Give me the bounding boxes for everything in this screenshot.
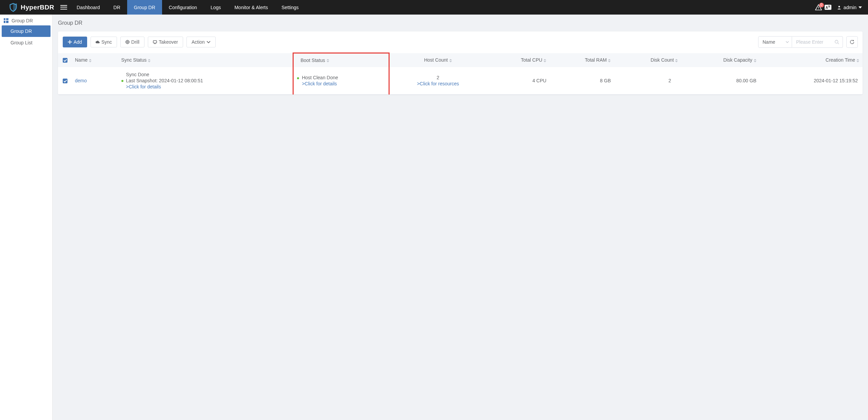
nav-configuration[interactable]: Configuration (162, 0, 204, 15)
alert-bell-icon[interactable]: 0 (815, 4, 822, 11)
content-card: Add Sync Drill Takeover Action (58, 31, 863, 94)
action-dropdown[interactable]: Action (186, 37, 216, 47)
svg-line-20 (838, 43, 839, 44)
select-all-checkbox[interactable] (63, 58, 67, 63)
svg-rect-8 (6, 21, 8, 23)
col-disk-count[interactable]: Disk Count (614, 53, 681, 67)
sync-details-link[interactable]: >Click for details (121, 84, 290, 89)
user-icon (837, 5, 842, 10)
table-row: demo Sync Done Last Snapshot: 2024-01-12… (58, 67, 863, 94)
creation-time-value: 2024-01-12 15:19:52 (814, 78, 858, 83)
col-host-count[interactable]: Host Count (389, 53, 487, 67)
svg-point-11 (126, 40, 129, 44)
search-icon (834, 40, 839, 44)
sidebar: Group DR Group DR Group List (0, 15, 53, 420)
nav-monitor-alerts[interactable]: Monitor & Alerts (228, 0, 275, 15)
top-nav: Dashboard DR Group DR Configuration Logs… (70, 0, 305, 15)
status-dot-icon (297, 77, 299, 79)
nav-dashboard[interactable]: Dashboard (70, 0, 107, 15)
header-right: 0 A字 admin (815, 0, 868, 15)
svg-point-12 (127, 41, 128, 43)
sidebar-item-group-dr[interactable]: Group DR (2, 25, 51, 37)
col-total-ram[interactable]: Total RAM (550, 53, 614, 67)
nav-dr[interactable]: DR (107, 0, 127, 15)
plus-icon (68, 40, 72, 44)
row-checkbox[interactable] (63, 79, 67, 83)
page-title: Group DR (58, 15, 863, 31)
refresh-icon (850, 40, 854, 44)
main-content: Group DR Add Sync Drill Takeover (53, 15, 868, 420)
menu-toggle-icon[interactable] (60, 4, 67, 11)
logo[interactable]: HyperBDR (0, 3, 60, 12)
sidebar-item-group-list[interactable]: Group List (2, 37, 51, 48)
takeover-button[interactable]: Takeover (148, 37, 183, 47)
chevron-down-icon (206, 40, 211, 44)
col-disk-capacity[interactable]: Disk Capacity (681, 53, 760, 67)
brand-name: HyperBDR (21, 4, 54, 11)
svg-point-0 (15, 4, 16, 5)
col-creation-time[interactable]: Creation Time (760, 53, 863, 67)
boot-status-text: Host Clean Done (302, 75, 338, 80)
svg-rect-17 (153, 41, 157, 43)
user-menu[interactable]: admin (837, 5, 862, 10)
svg-rect-7 (4, 21, 5, 23)
search-input-wrap (792, 36, 843, 48)
disk-count-value: 2 (668, 78, 671, 83)
table-header-row: Name Sync Status Boot Status Host Count … (58, 53, 863, 67)
svg-point-19 (835, 40, 838, 43)
sync-snapshot-text: Last Snapshot: 2024-01-12 08:00:51 (126, 78, 203, 83)
sync-button[interactable]: Sync (91, 37, 117, 47)
svg-point-4 (839, 6, 840, 7)
svg-rect-6 (6, 18, 8, 20)
username: admin (844, 5, 856, 10)
grid-icon (3, 18, 9, 23)
col-total-cpu[interactable]: Total CPU (486, 53, 550, 67)
col-boot-status[interactable]: Boot Status (293, 53, 389, 67)
top-header: HyperBDR Dashboard DR Group DR Configura… (0, 0, 868, 15)
refresh-button[interactable] (846, 36, 858, 48)
svg-point-3 (818, 8, 819, 9)
filter-field-select[interactable]: Name (758, 36, 792, 48)
drill-button[interactable]: Drill (120, 37, 144, 47)
col-sync-status[interactable]: Sync Status (118, 53, 293, 67)
data-table: Name Sync Status Boot Status Host Count … (58, 52, 863, 94)
sync-status-text: Sync Done (121, 72, 290, 77)
col-name[interactable]: Name (72, 53, 118, 67)
disk-capacity-value: 80.00 GB (736, 78, 756, 83)
nav-settings[interactable]: Settings (275, 0, 305, 15)
shield-icon (8, 3, 18, 12)
status-dot-icon (121, 80, 123, 82)
chevron-down-icon (786, 41, 789, 43)
svg-rect-10 (68, 42, 72, 42)
row-name-link[interactable]: demo (75, 78, 87, 83)
svg-point-1 (16, 3, 17, 4)
host-count-value: 2 (393, 75, 483, 80)
total-ram-value: 8 GB (600, 78, 611, 83)
cloud-icon (96, 40, 100, 44)
total-cpu-value: 4 CPU (532, 78, 546, 83)
boot-details-link[interactable]: >Click for details (302, 81, 338, 86)
takeover-icon (153, 40, 157, 44)
svg-rect-5 (4, 18, 5, 20)
sidebar-section-title: Group DR (0, 15, 52, 25)
target-icon (125, 40, 130, 44)
alert-count-badge: 0 (819, 3, 824, 7)
host-resources-link[interactable]: >Click for resources (393, 81, 483, 86)
search-input[interactable] (796, 39, 832, 45)
add-button[interactable]: Add (63, 37, 87, 47)
nav-logs[interactable]: Logs (204, 0, 228, 15)
toolbar: Add Sync Drill Takeover Action (58, 31, 863, 52)
caret-down-icon (859, 6, 862, 9)
nav-group-dr[interactable]: Group DR (127, 0, 162, 15)
language-switch[interactable]: A字 (825, 5, 831, 10)
